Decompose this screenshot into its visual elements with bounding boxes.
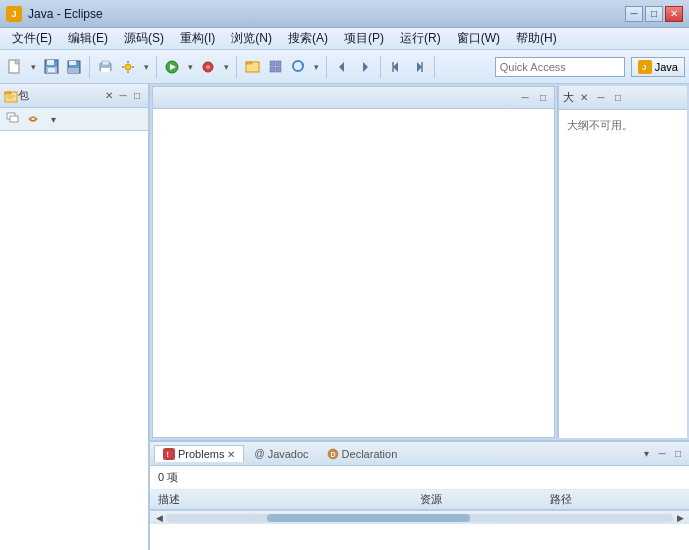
col-description: 描述 [158, 492, 420, 507]
left-panel-toolbar: ▾ [0, 108, 148, 131]
rebuild-button[interactable] [287, 56, 309, 78]
svg-rect-26 [270, 67, 275, 72]
menu-navigate[interactable]: 浏览(N) [223, 28, 280, 49]
bottom-content: 0 项 描述 资源 路径 ◀ ▶ [150, 466, 689, 550]
prev-button[interactable] [331, 56, 353, 78]
javadoc-tab-at-icon: @ [254, 448, 264, 459]
toolbar-group-tools: ▾ [94, 56, 157, 78]
java-perspective-button[interactable]: J Java [631, 57, 685, 77]
menu-edit[interactable]: 编辑(E) [60, 28, 116, 49]
toolbar-group-file: ▾ [4, 56, 90, 78]
tools-button[interactable] [264, 56, 286, 78]
svg-marker-30 [339, 62, 344, 72]
link-editor-button[interactable] [24, 110, 42, 128]
problems-tab[interactable]: ! Problems ✕ [154, 445, 244, 462]
run-dropdown-button[interactable]: ▾ [184, 56, 196, 78]
bottom-tabs: ! Problems ✕ @ Javadoc D [150, 442, 689, 466]
minimize-button[interactable]: ─ [625, 6, 643, 22]
maximize-button[interactable]: □ [645, 6, 663, 22]
settings-dropdown-button[interactable]: ▾ [140, 56, 152, 78]
next-button[interactable] [354, 56, 376, 78]
outline-content: 大纲不可用。 [559, 110, 687, 438]
bottom-controls: ▾ ─ □ [639, 447, 685, 461]
menu-run[interactable]: 运行(R) [392, 28, 449, 49]
open-button[interactable] [241, 56, 263, 78]
left-panel-minimize-icon[interactable]: ─ [116, 89, 130, 103]
menu-file[interactable]: 文件(E) [4, 28, 60, 49]
run-button[interactable] [161, 56, 183, 78]
save-button[interactable] [40, 56, 62, 78]
quick-access-input[interactable] [495, 57, 625, 77]
svg-point-44 [29, 118, 32, 121]
menu-search[interactable]: 搜索(A) [280, 28, 336, 49]
declaration-tab-label: Declaration [342, 448, 398, 460]
toolbar-group-nav [331, 56, 381, 78]
menu-window[interactable]: 窗口(W) [449, 28, 508, 49]
svg-text:D: D [330, 450, 335, 457]
menu-source[interactable]: 源码(S) [116, 28, 172, 49]
scroll-right-button[interactable]: ▶ [673, 511, 687, 525]
svg-rect-11 [102, 61, 109, 65]
svg-rect-0 [9, 60, 19, 73]
window-controls: ─ □ ✕ [625, 6, 683, 22]
settings-button[interactable] [117, 56, 139, 78]
bottom-maximize-icon[interactable]: □ [671, 447, 685, 461]
menu-refactor[interactable]: 重构(I) [172, 28, 223, 49]
outline-maximize-icon[interactable]: □ [611, 91, 625, 105]
svg-rect-6 [48, 68, 55, 72]
app-icon: J [6, 6, 22, 22]
outline-header: 大 ✕ ─ □ [559, 86, 687, 110]
java-perspective-icon: J [638, 60, 652, 74]
table-header: 描述 资源 路径 [150, 490, 689, 510]
left-panel-header: 包 ✕ ─ □ [0, 84, 148, 108]
window-title: Java - Eclipse [28, 7, 625, 21]
svg-rect-23 [246, 62, 252, 64]
new-dropdown-button[interactable]: ▾ [27, 56, 39, 78]
problems-tab-label: Problems [178, 448, 224, 460]
problems-tab-icon: ! [163, 448, 175, 460]
debug-button[interactable] [197, 56, 219, 78]
editor-minimize-icon[interactable]: ─ [518, 91, 532, 105]
main-area: 包 ✕ ─ □ ▾ [0, 84, 689, 550]
horizontal-scrollbar[interactable]: ◀ ▶ [150, 510, 689, 524]
svg-point-45 [35, 118, 38, 121]
problems-tab-close[interactable]: ✕ [227, 449, 235, 460]
editor-area[interactable]: ─ □ [152, 86, 555, 438]
outline-title: 大 [563, 90, 574, 105]
package-explorer-icon [4, 89, 18, 103]
editor-maximize-icon[interactable]: □ [536, 91, 550, 105]
declaration-tab[interactable]: D Declaration [319, 446, 406, 462]
javadoc-tab[interactable]: @ Javadoc [246, 446, 316, 462]
scroll-thumb[interactable] [267, 514, 470, 522]
left-panel-maximize-icon[interactable]: □ [130, 89, 144, 103]
rebuild-dropdown-button[interactable]: ▾ [310, 56, 322, 78]
outline-panel: 大 ✕ ─ □ 大纲不可用。 [557, 86, 687, 438]
left-panel-close-icon[interactable]: ✕ [102, 89, 116, 103]
menu-help[interactable]: 帮助(H) [508, 28, 565, 49]
scroll-track[interactable] [166, 514, 673, 522]
scroll-left-button[interactable]: ◀ [152, 511, 166, 525]
outline-minimize-icon[interactable]: ─ [594, 91, 608, 105]
new-file-button[interactable] [4, 56, 26, 78]
collapse-all-button[interactable] [4, 110, 22, 128]
outline-close-icon[interactable]: ✕ [577, 91, 591, 105]
bottom-dropdown-icon[interactable]: ▾ [639, 447, 653, 461]
svg-rect-25 [276, 61, 281, 66]
menu-bar: 文件(E) 编辑(E) 源码(S) 重构(I) 浏览(N) 搜索(A) 项目(P… [0, 28, 689, 50]
svg-marker-31 [363, 62, 368, 72]
center-right: ─ □ 大 ✕ ─ □ 大纲不可用。 [150, 84, 689, 550]
menu-project[interactable]: 项目(P) [336, 28, 392, 49]
print-button[interactable] [94, 56, 116, 78]
bottom-minimize-icon[interactable]: ─ [655, 447, 669, 461]
save-all-button[interactable] [63, 56, 85, 78]
forward-button[interactable] [408, 56, 430, 78]
editor-header: ─ □ [153, 87, 554, 109]
title-bar: J Java - Eclipse ─ □ ✕ [0, 0, 689, 28]
back-button[interactable] [385, 56, 407, 78]
debug-dropdown-button[interactable]: ▾ [220, 56, 232, 78]
close-button[interactable]: ✕ [665, 6, 683, 22]
toolbar: ▾ [0, 50, 689, 84]
problems-count: 0 项 [150, 466, 689, 490]
view-menu-button[interactable]: ▾ [44, 110, 62, 128]
bottom-panel: ! Problems ✕ @ Javadoc D [150, 440, 689, 550]
